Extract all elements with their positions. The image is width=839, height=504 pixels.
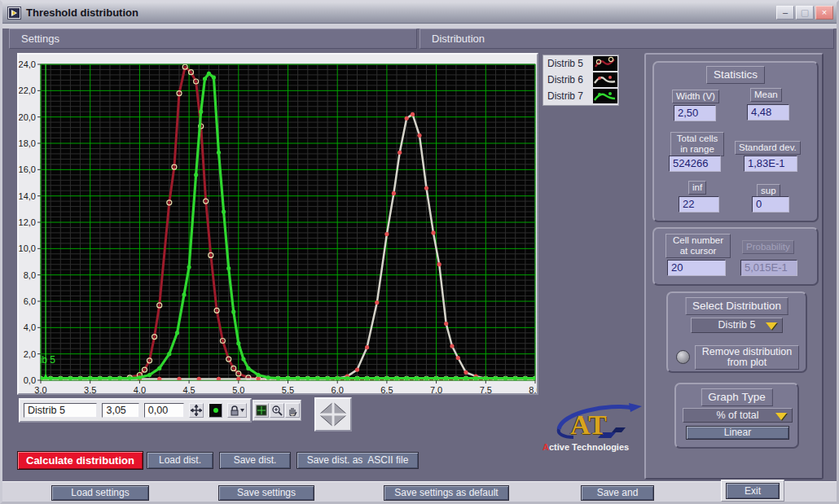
chevron-down-icon <box>775 413 787 420</box>
stddev-label: Standard dev. <box>735 141 801 155</box>
cursor-style-icon[interactable] <box>209 403 223 418</box>
pan-tool-icon[interactable] <box>285 403 300 418</box>
cell-number-field[interactable]: 20 <box>667 260 726 276</box>
bottom-bar: Load settings Save settings Save setting… <box>2 481 837 502</box>
title-bar[interactable]: Threshold distribution – ▢ × <box>2 2 837 24</box>
tab-distribution[interactable]: Distribution <box>420 28 834 49</box>
distribution-dropdown-value: Distrib 5 <box>718 319 756 331</box>
total-cells-label: Total cells in range <box>670 132 724 156</box>
maximize-button[interactable]: ▢ <box>796 6 814 20</box>
save-settings-button[interactable]: Save settings <box>218 485 314 501</box>
total-cells-field[interactable]: 524266 <box>669 156 721 172</box>
statistics-panel: Statistics Width (V) Mean 2,50 4,48 Tota… <box>652 61 819 222</box>
save-dist-ascii-button[interactable]: Save dist. as ASCII file <box>297 452 419 469</box>
svg-text:4,0: 4,0 <box>134 385 146 393</box>
mean-label: Mean <box>750 88 782 102</box>
inf-field[interactable]: 22 <box>679 196 719 213</box>
legend-item-distrib7[interactable]: Distrib 7 <box>543 88 618 104</box>
chevron-down-icon <box>766 322 777 330</box>
cursor-name-field[interactable]: Distrib 5 <box>24 403 97 418</box>
app-window: Threshold distribution – ▢ × Settings Di… <box>0 0 839 504</box>
save-dist-button[interactable]: Save dist. <box>219 452 291 469</box>
load-settings-button[interactable]: Load settings <box>51 485 149 501</box>
cursor-cell-panel: Cell number at cursor 20 Probability 5,0… <box>652 227 819 286</box>
distribution-chart[interactable]: Distrib 50,02,04,06,08,010,012,014,016,0… <box>17 53 538 395</box>
probability-label: Probability <box>742 240 794 254</box>
legend-sample-distrib6 <box>593 72 617 87</box>
svg-text:2,0: 2,0 <box>24 349 36 359</box>
svg-text:4,0: 4,0 <box>24 322 36 332</box>
zoom-tool-icon[interactable] <box>270 403 284 418</box>
probability-field: 5,015E-1 <box>740 260 797 276</box>
remove-distribution-led-button[interactable] <box>676 350 690 364</box>
right-panel-column: Statistics Width (V) Mean 2,50 4,48 Tota… <box>644 53 824 480</box>
svg-text:6,5: 6,5 <box>380 385 393 393</box>
stddev-field[interactable]: 1,83E-1 <box>744 156 797 172</box>
active-technologies-logo: AT Active Technologies <box>534 400 644 458</box>
width-label: Width (V) <box>672 90 719 103</box>
sup-field[interactable]: 0 <box>752 196 789 213</box>
legend-sample-distrib7 <box>593 89 617 103</box>
svg-text:5,5: 5,5 <box>282 385 294 393</box>
graph-type-dropdown[interactable]: % of total <box>683 408 793 423</box>
cursor-y-field[interactable]: 0,00 <box>144 403 184 418</box>
graph-type-dropdown-value: % of total <box>716 410 758 421</box>
lock-cursor-icon[interactable] <box>227 403 247 418</box>
plot-area[interactable]: Distrib 50,02,04,06,08,010,012,014,016,0… <box>19 55 537 397</box>
svg-text:5,0: 5,0 <box>232 385 244 393</box>
close-button[interactable]: × <box>815 6 833 20</box>
statistics-title: Statistics <box>706 66 765 84</box>
cursor-x-field[interactable]: 3,05 <box>102 403 138 418</box>
svg-text:18,0: 18,0 <box>19 138 36 148</box>
distribution-dropdown[interactable]: Distrib 5 <box>691 318 783 333</box>
svg-text:6,0: 6,0 <box>332 385 344 393</box>
cell-number-label: Cell number at cursor <box>665 234 731 258</box>
window-title: Threshold distribution <box>26 7 138 19</box>
legend-label: Distrib 7 <box>547 90 598 102</box>
svg-text:7,0: 7,0 <box>430 385 442 393</box>
minimize-button[interactable]: – <box>776 6 794 20</box>
svg-text:12,0: 12,0 <box>19 217 36 227</box>
svg-text:20,0: 20,0 <box>19 112 36 122</box>
svg-text:0,0: 0,0 <box>24 375 36 385</box>
legend-item-distrib6[interactable]: Distrib 6 <box>543 72 618 88</box>
tab-settings[interactable]: Settings <box>9 28 417 49</box>
svg-text:8,0: 8,0 <box>24 270 36 280</box>
svg-text:3,5: 3,5 <box>84 385 96 393</box>
exit-button-frame: Exit <box>721 480 784 502</box>
exit-button[interactable]: Exit <box>726 483 780 499</box>
mean-field[interactable]: 4,48 <box>747 104 789 121</box>
svg-text:22,0: 22,0 <box>19 85 36 95</box>
graph-palette <box>253 400 301 421</box>
svg-text:7,5: 7,5 <box>480 385 492 393</box>
select-distribution-title: Select Distribution <box>685 297 788 315</box>
svg-text:8,0: 8,0 <box>529 385 537 393</box>
crosshair-tool-icon[interactable] <box>254 403 269 418</box>
legend-sample-distrib5 <box>593 56 617 71</box>
graph-type-title: Graph Type <box>701 388 772 406</box>
select-distribution-panel: Select Distribution Distrib 5 Remove dis… <box>666 291 807 373</box>
svg-text:10,0: 10,0 <box>19 243 36 253</box>
remove-distribution-label[interactable]: Remove distribution from plot <box>695 345 799 370</box>
inf-label: inf <box>688 181 706 195</box>
legend-item-distrib5[interactable]: Distrib 5 <box>543 55 618 72</box>
app-icon <box>7 7 21 20</box>
svg-text:24,0: 24,0 <box>19 59 36 69</box>
legend-label: Distrib 5 <box>547 58 598 69</box>
svg-text:6,0: 6,0 <box>24 296 36 306</box>
logo-subtitle: Active Technologies <box>542 442 629 452</box>
cursor-legend: Distrib 5 3,05 0,00 <box>19 398 252 423</box>
plot-legend[interactable]: Distrib 5 Distrib 6 Distrib 7 <box>542 55 619 106</box>
load-dist-button[interactable]: Load dist. <box>147 452 213 469</box>
graph-type-panel: Graph Type % of total Linear <box>674 383 799 449</box>
save-settings-default-button[interactable]: Save settings as default <box>384 485 509 501</box>
svg-text:14,0: 14,0 <box>19 191 36 201</box>
svg-text:4,5: 4,5 <box>182 385 195 393</box>
logo-text: AT <box>570 410 607 440</box>
width-field[interactable]: 2,50 <box>674 105 716 121</box>
save-and-exit-button[interactable]: Save and Exit <box>581 485 654 501</box>
move-cursor-icon[interactable] <box>189 403 204 418</box>
calculate-distribution-button[interactable]: Calculate distribution <box>17 451 143 470</box>
cursor-mover-pad[interactable] <box>314 397 352 432</box>
linear-scale-button[interactable]: Linear <box>686 426 789 440</box>
